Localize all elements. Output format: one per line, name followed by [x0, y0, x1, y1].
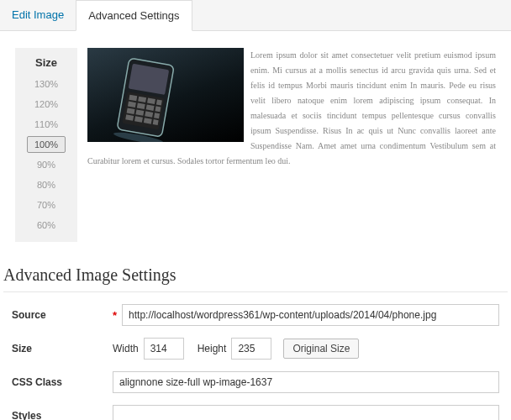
- tabs: Edit Image Advanced Settings: [0, 0, 511, 31]
- svg-rect-10: [155, 106, 161, 112]
- tab-advanced-settings[interactable]: Advanced Settings: [76, 0, 192, 31]
- phone-icon: [87, 48, 244, 142]
- size-option-130[interactable]: 130%: [27, 76, 66, 92]
- label-height: Height: [198, 343, 227, 354]
- height-input[interactable]: [231, 338, 271, 360]
- width-input[interactable]: [144, 338, 184, 360]
- size-option-80[interactable]: 80%: [28, 176, 65, 193]
- size-options: 130%120%110%100%90%80%70%60%: [18, 76, 74, 234]
- size-option-110[interactable]: 110%: [27, 116, 66, 133]
- css-class-input[interactable]: [113, 371, 499, 393]
- source-input[interactable]: [122, 304, 499, 326]
- styles-input[interactable]: [113, 405, 499, 420]
- label-styles: Styles: [12, 410, 113, 420]
- label-width: Width: [113, 343, 139, 354]
- original-size-button[interactable]: Original Size: [283, 339, 359, 359]
- section-title: Advanced Image Settings: [0, 250, 511, 291]
- svg-rect-6: [156, 99, 162, 105]
- image-preview[interactable]: [87, 48, 244, 142]
- size-option-100[interactable]: 100%: [27, 136, 66, 153]
- size-option-90[interactable]: 90%: [28, 156, 65, 173]
- required-marker: *: [113, 309, 117, 322]
- size-option-120[interactable]: 120%: [27, 96, 66, 113]
- svg-rect-14: [154, 113, 160, 118]
- settings-form: Source * Size Width Height Original Size…: [0, 292, 511, 420]
- label-source: Source: [12, 309, 113, 321]
- editor-area: Size 130%120%110%100%90%80%70%60%: [0, 31, 511, 250]
- label-css-class: CSS Class: [12, 376, 113, 388]
- size-panel: Size 130%120%110%100%90%80%70%60%: [15, 48, 77, 242]
- size-option-70[interactable]: 70%: [28, 197, 65, 213]
- size-panel-title: Size: [18, 53, 74, 76]
- size-option-60[interactable]: 60%: [28, 217, 65, 234]
- svg-rect-18: [153, 119, 159, 125]
- tab-edit-image[interactable]: Edit Image: [0, 0, 76, 30]
- label-size: Size: [12, 343, 113, 354]
- content-preview: Lorem ipsum dolor sit amet consectetuer …: [87, 48, 496, 223]
